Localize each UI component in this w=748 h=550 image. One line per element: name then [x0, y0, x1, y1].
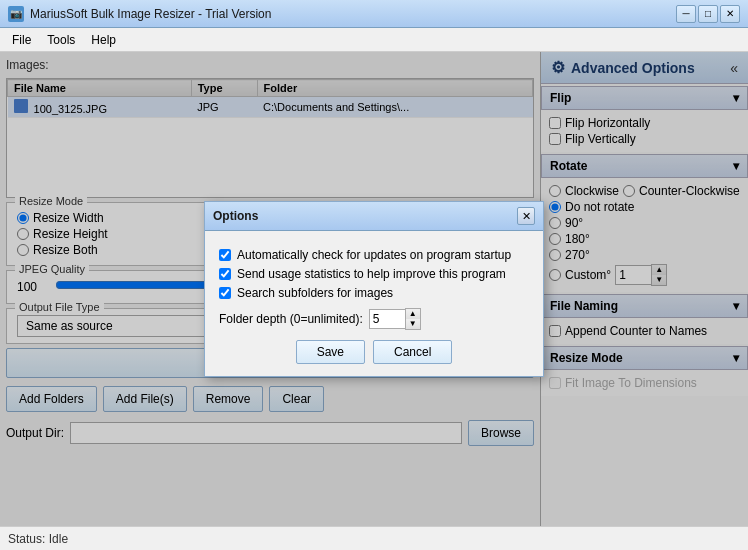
status-label: Status: [8, 532, 45, 546]
options-dialog-title: Options [213, 209, 258, 223]
menu-tools[interactable]: Tools [39, 31, 83, 49]
maximize-button[interactable]: □ [698, 5, 718, 23]
close-button[interactable]: ✕ [720, 5, 740, 23]
option-check-row-2: Search subfolders for images [219, 286, 529, 300]
minimize-button[interactable]: ─ [676, 5, 696, 23]
options-dialog-content: Automatically check for updates on progr… [205, 231, 543, 376]
option-label-1: Send usage statistics to help improve th… [237, 267, 506, 281]
option-check-row-0: Automatically check for updates on progr… [219, 248, 529, 262]
option-label-0: Automatically check for updates on progr… [237, 248, 511, 262]
option-check-0[interactable] [219, 249, 231, 261]
folder-depth-row: Folder depth (0=unlimited): ▲ ▼ [219, 308, 529, 330]
option-label-2: Search subfolders for images [237, 286, 393, 300]
options-dialog-title-bar: Options ✕ [205, 202, 543, 231]
folder-depth-up-button[interactable]: ▲ [406, 309, 420, 319]
menu-bar: File Tools Help [0, 28, 748, 52]
option-check-row-1: Send usage statistics to help improve th… [219, 267, 529, 281]
app-title: MariusSoft Bulk Image Resizer - Trial Ve… [30, 7, 271, 21]
folder-depth-label: Folder depth (0=unlimited): [219, 312, 363, 326]
options-dialog-overlay: Options ✕ Automatically check for update… [0, 52, 748, 526]
options-dialog-buttons: Save Cancel [219, 340, 529, 364]
menu-help[interactable]: Help [83, 31, 124, 49]
folder-depth-down-button[interactable]: ▼ [406, 319, 420, 329]
folder-depth-spinbox: ▲ ▼ [369, 308, 421, 330]
menu-file[interactable]: File [4, 31, 39, 49]
status-value: Idle [49, 532, 68, 546]
folder-depth-spinbox-buttons: ▲ ▼ [405, 308, 421, 330]
option-check-1[interactable] [219, 268, 231, 280]
folder-depth-input[interactable] [369, 309, 405, 329]
option-check-2[interactable] [219, 287, 231, 299]
title-bar: 📷 MariusSoft Bulk Image Resizer - Trial … [0, 0, 748, 28]
window-controls: ─ □ ✕ [676, 5, 740, 23]
options-dialog: Options ✕ Automatically check for update… [204, 201, 544, 377]
options-dialog-close-button[interactable]: ✕ [517, 207, 535, 225]
status-bar: Status: Idle [0, 526, 748, 550]
main-area: Images: File Name Type Folder 100_3125.J… [0, 52, 748, 526]
options-save-button[interactable]: Save [296, 340, 365, 364]
options-cancel-button[interactable]: Cancel [373, 340, 452, 364]
app-icon: 📷 [8, 6, 24, 22]
